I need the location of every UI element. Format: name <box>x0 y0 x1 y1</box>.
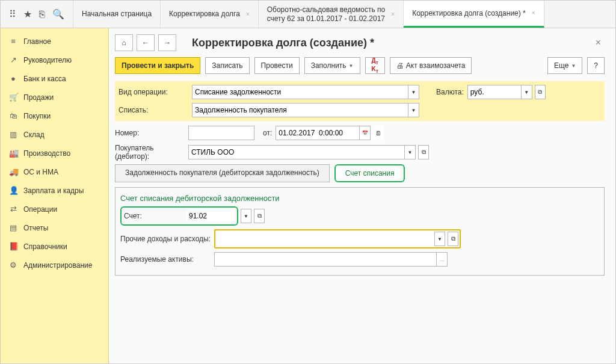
more-button[interactable]: Еще▼ <box>547 57 582 74</box>
sidebar-item[interactable]: ≡Главное <box>1 32 108 51</box>
account-label: Счет: <box>124 212 186 220</box>
star-icon[interactable]: ★ <box>23 8 32 20</box>
sidebar-item[interactable]: ⚙Администрирование <box>1 256 108 274</box>
buyer-open[interactable]: ⧉ <box>418 145 429 159</box>
sidebar-icon: 🛒 <box>9 93 17 102</box>
operation-band: Вид операции: ▼ Валюта: ▼ ⧉ <box>115 81 605 121</box>
sidebar-icon: ▤ <box>9 223 17 232</box>
page-title: Корректировка долга (создание) * <box>192 37 592 49</box>
op-type-label: Вид операции: <box>119 88 192 96</box>
sidebar-icon: ⇄ <box>9 205 17 214</box>
sidebar-item[interactable]: 👤Зарплата и кадры <box>1 181 108 200</box>
date-input[interactable] <box>276 126 360 140</box>
topbar: ⠿ ★ ⎘ 🔍 Начальная страницаКорректировка … <box>1 1 615 28</box>
top-icons: ⠿ ★ ⎘ 🔍 <box>1 1 73 28</box>
sidebar-icon: ↗ <box>9 55 17 64</box>
post-button[interactable]: Провести <box>254 57 300 74</box>
write-input[interactable] <box>192 103 408 117</box>
sidebar-label: Продажи <box>23 93 54 102</box>
currency-open[interactable]: ⧉ <box>535 85 546 99</box>
buyer-label: Покупатель (дебитор): <box>115 144 188 161</box>
fill-button[interactable]: Заполнить▼ <box>304 57 360 74</box>
tab[interactable]: Оборотно-сальдовая ведомость по счету 62… <box>259 1 404 28</box>
tab[interactable]: Корректировка долга× <box>161 1 259 28</box>
sub-tabs: Задолженность покупателя (дебиторская за… <box>115 164 605 182</box>
tabs: Начальная страницаКорректировка долга×Об… <box>73 1 615 28</box>
sidebar-label: Склад <box>23 131 45 139</box>
close-tab-icon[interactable]: × <box>246 11 250 18</box>
search-icon[interactable]: 🔍 <box>52 8 64 20</box>
op-type-input[interactable] <box>192 85 408 99</box>
tab-writeoff-account[interactable]: Счет списания <box>334 164 405 182</box>
sidebar-item[interactable]: ▥Склад <box>1 125 108 144</box>
date-picker-button[interactable]: 📅 <box>360 126 371 140</box>
number-input[interactable] <box>188 126 254 140</box>
save-button[interactable]: Записать <box>205 57 249 74</box>
files-icon[interactable]: ⎘ <box>39 9 45 20</box>
forward-button[interactable]: → <box>158 34 176 51</box>
sidebar-label: Банк и касса <box>23 75 66 83</box>
writeoff-section: Счет списания дебиторской задолженности … <box>115 187 605 276</box>
close-icon[interactable]: × <box>592 37 605 48</box>
close-tab-icon[interactable]: × <box>532 10 535 17</box>
sidebar-icon: ⚙ <box>9 261 17 270</box>
sidebar-icon: 🚚 <box>9 167 17 176</box>
currency-label: Валюта: <box>436 88 464 96</box>
apps-icon[interactable]: ⠿ <box>9 8 16 20</box>
buyer-input[interactable] <box>188 145 405 159</box>
sidebar-item[interactable]: ▤Отчеты <box>1 218 108 237</box>
sidebar-item[interactable]: 🛒Продажи <box>1 88 108 106</box>
sidebar-icon: ● <box>9 74 17 83</box>
printer-icon: 🖨 <box>396 61 404 70</box>
post-and-close-button[interactable]: Провести и закрыть <box>115 57 200 74</box>
op-type-dropdown[interactable]: ▼ <box>408 85 419 99</box>
other-dropdown[interactable]: ▼ <box>434 232 445 246</box>
sidebar-label: Производство <box>23 149 70 158</box>
assets-open[interactable]: … <box>437 252 448 267</box>
write-dropdown[interactable]: ▼ <box>408 103 419 117</box>
toolbar: Провести и закрыть Записать Провести Зап… <box>115 57 605 74</box>
sidebar-label: Главное <box>23 37 51 46</box>
sidebar-item[interactable]: ⇄Операции <box>1 200 108 218</box>
other-input[interactable] <box>217 232 434 246</box>
sidebar-icon: 👤 <box>9 186 17 195</box>
sidebar: ≡Главное↗Руководителю●Банк и касса🛒Прода… <box>1 28 109 363</box>
sidebar-icon: 📕 <box>9 242 17 251</box>
sidebar-item[interactable]: 🚚ОС и НМА <box>1 162 108 181</box>
account-input[interactable] <box>186 209 235 223</box>
tab[interactable]: Начальная страница <box>73 1 161 28</box>
currency-input[interactable] <box>467 85 522 99</box>
sidebar-item[interactable]: 🛍Покупки <box>1 106 108 125</box>
write-label: Списать: <box>119 106 192 114</box>
home-button[interactable]: ⌂ <box>115 34 133 51</box>
other-label: Прочие доходы и расходы: <box>120 235 214 243</box>
currency-dropdown[interactable]: ▼ <box>522 85 532 99</box>
sidebar-label: Операции <box>23 205 57 214</box>
sidebar-label: Справочники <box>23 242 67 251</box>
sidebar-item[interactable]: 🏭Производство <box>1 144 108 162</box>
account-dropdown[interactable]: ▼ <box>241 209 251 223</box>
other-open[interactable]: ⧉ <box>448 232 458 246</box>
back-button[interactable]: ← <box>137 34 155 51</box>
buyer-dropdown[interactable]: ▼ <box>405 145 416 159</box>
assets-label: Реализуемые активы: <box>120 255 214 264</box>
sidebar-label: Руководителю <box>23 56 72 64</box>
sidebar-item[interactable]: ●Банк и касса <box>1 69 108 88</box>
assets-input[interactable] <box>214 252 437 267</box>
calendar-icon[interactable]: 🗓 <box>373 126 384 140</box>
number-label: Номер: <box>115 129 188 137</box>
help-button[interactable]: ? <box>587 57 605 74</box>
sidebar-label: ОС и НМА <box>23 168 58 176</box>
sidebar-item[interactable]: ↗Руководителю <box>1 51 108 69</box>
sidebar-icon: 🛍 <box>9 111 17 120</box>
sidebar-item[interactable]: 📕Справочники <box>1 237 108 256</box>
dt-kt-button[interactable]: ДтKт <box>365 57 385 74</box>
account-open[interactable]: ⧉ <box>254 209 265 223</box>
close-tab-icon[interactable]: × <box>391 11 395 18</box>
title-row: ⌂ ← → Корректировка долга (создание) * × <box>115 34 605 51</box>
from-label: от: <box>263 129 272 137</box>
act-button[interactable]: 🖨Акт взаимозачета <box>390 57 472 74</box>
sidebar-icon: 🏭 <box>9 149 17 158</box>
tab[interactable]: Корректировка долга (создание) *× <box>404 1 544 28</box>
tab-debt[interactable]: Задолженность покупателя (дебиторская за… <box>115 164 330 182</box>
